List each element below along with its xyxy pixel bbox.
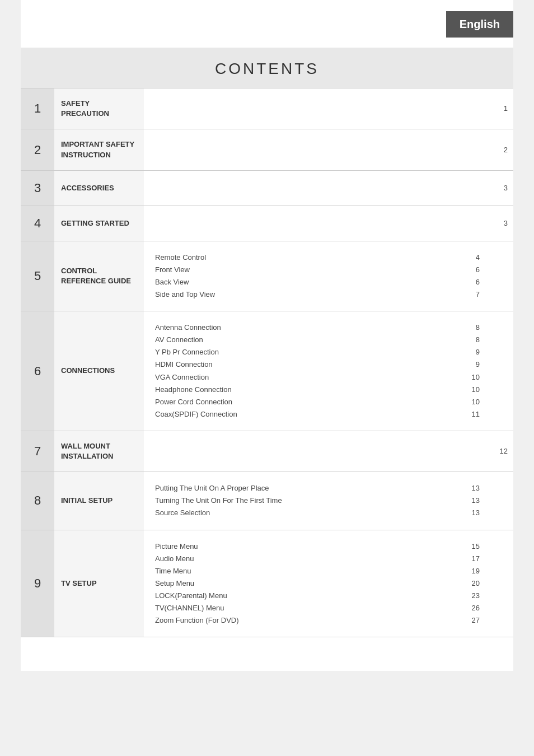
toc-sub-items: Antenna ConnectionAV ConnectionY Pb Pr C… — [155, 321, 461, 421]
toc-sub-item: Headphone Connection — [155, 384, 461, 396]
toc-sub-page: 17 — [466, 553, 480, 565]
toc-container: 1SAFETY PRECAUTION12IMPORTANT SAFETY INS… — [21, 88, 513, 637]
toc-sub-item: Remote Control — [155, 251, 461, 264]
toc-sub-item: Coax(SPDIF) Connection — [155, 408, 461, 421]
toc-content-cell — [144, 129, 491, 170]
toc-num-cell: 4 — [21, 206, 54, 241]
toc-row: 9TV SETUPPicture MenuAudio MenuTime Menu… — [21, 530, 513, 638]
toc-sub-page: 13 — [466, 482, 480, 494]
toc-title-cell: GETTING STARTED — [54, 206, 144, 241]
english-tag: English — [21, 0, 513, 38]
toc-row: 3ACCESSORIES3 — [21, 170, 513, 206]
toc-sub-page: 6 — [466, 276, 480, 288]
toc-row: 8INITIAL SETUPPutting The Unit On A Prop… — [21, 472, 513, 529]
toc-page-empty — [491, 530, 513, 637]
toc-title-cell: SAFETY PRECAUTION — [54, 88, 144, 129]
toc-content-cell — [144, 431, 491, 472]
toc-content-cell — [144, 88, 491, 129]
toc-num-cell: 3 — [21, 171, 54, 206]
toc-sub-item: Front View — [155, 264, 461, 276]
toc-page-cell: 2 — [491, 129, 513, 170]
toc-page-cell: 1 — [491, 88, 513, 129]
toc-sub-page: 20 — [466, 577, 480, 590]
toc-sub-item: Picture Menu — [155, 540, 461, 553]
toc-page-cell: 3 — [491, 206, 513, 241]
toc-page-cell: 3 — [491, 171, 513, 206]
toc-sub-page: 6 — [466, 264, 480, 276]
toc-sub-page: 23 — [466, 590, 480, 602]
toc-sub-item: VGA Connection — [155, 371, 461, 384]
toc-sub-page: 9 — [466, 358, 480, 371]
toc-sub-item: Time Menu — [155, 565, 461, 577]
toc-sub-page: 10 — [466, 384, 480, 396]
toc-sub-pages: 889910101011 — [466, 321, 480, 421]
toc-sub-page: 26 — [466, 602, 480, 614]
toc-sub-pages: 4667 — [466, 251, 480, 301]
toc-row: 7WALL MOUNT INSTALLATION12 — [21, 431, 513, 472]
toc-sub-item: HDMI Connection — [155, 358, 461, 371]
toc-content-cell — [144, 171, 491, 206]
toc-sub-items: Putting The Unit On A Proper PlaceTurnin… — [155, 482, 461, 519]
toc-sub-items: Remote ControlFront ViewBack ViewSide an… — [155, 251, 461, 301]
toc-title-cell: IMPORTANT SAFETY INSTRUCTION — [54, 129, 144, 170]
contents-header: CONTENTS — [21, 48, 513, 88]
toc-sub-item: Antenna Connection — [155, 321, 461, 334]
toc-title-cell: CONNECTIONS — [54, 311, 144, 431]
toc-sub-page: 10 — [466, 371, 480, 384]
toc-row: 6CONNECTIONSAntenna ConnectionAV Connect… — [21, 311, 513, 431]
toc-sub-page: 4 — [466, 251, 480, 264]
toc-row: 4GETTING STARTED3 — [21, 206, 513, 241]
toc-sub-item: Source Selection — [155, 507, 461, 519]
toc-sub-page: 11 — [466, 408, 480, 421]
toc-num-cell: 5 — [21, 241, 54, 311]
toc-page-cell: 12 — [491, 431, 513, 472]
toc-title-cell: TV SETUP — [54, 530, 144, 637]
toc-num-cell: 2 — [21, 129, 54, 170]
toc-sub-item: Putting The Unit On A Proper Place — [155, 482, 461, 494]
toc-num-cell: 1 — [21, 88, 54, 129]
toc-sub-item: Audio Menu — [155, 553, 461, 565]
toc-content-cell: Picture MenuAudio MenuTime MenuSetup Men… — [144, 530, 491, 637]
english-label: English — [446, 11, 513, 38]
toc-sub-page: 13 — [466, 494, 480, 507]
toc-page-empty — [491, 311, 513, 431]
toc-title-cell: ACCESSORIES — [54, 171, 144, 206]
toc-title-cell: WALL MOUNT INSTALLATION — [54, 431, 144, 472]
toc-sub-item: Turning The Unit On For The First Time — [155, 494, 461, 507]
toc-row: 5CONTROL REFERENCE GUIDERemote ControlFr… — [21, 241, 513, 311]
toc-sub-page: 8 — [466, 334, 480, 346]
toc-sub-item: Setup Menu — [155, 577, 461, 590]
toc-page-empty — [491, 241, 513, 311]
toc-content-cell: Antenna ConnectionAV ConnectionY Pb Pr C… — [144, 311, 491, 431]
contents-title: CONTENTS — [21, 60, 513, 78]
toc-row: 2IMPORTANT SAFETY INSTRUCTION2 — [21, 129, 513, 170]
toc-sub-item: TV(CHANNEL) Menu — [155, 602, 461, 614]
toc-row: 1SAFETY PRECAUTION1 — [21, 88, 513, 129]
toc-content-cell — [144, 206, 491, 241]
toc-sub-item: LOCK(Parental) Menu — [155, 590, 461, 602]
toc-title-cell: CONTROL REFERENCE GUIDE — [54, 241, 144, 311]
toc-sub-items: Picture MenuAudio MenuTime MenuSetup Men… — [155, 540, 461, 627]
toc-sub-item: Back View — [155, 276, 461, 288]
page: English CONTENTS 1SAFETY PRECAUTION12IMP… — [21, 0, 513, 671]
toc-num-cell: 7 — [21, 431, 54, 472]
toc-sub-page: 27 — [466, 614, 480, 627]
toc-num-cell: 9 — [21, 530, 54, 637]
toc-sub-pages: 15171920232627 — [466, 540, 480, 627]
toc-sub-page: 19 — [466, 565, 480, 577]
toc-sub-page: 10 — [466, 396, 480, 408]
toc-sub-item: Y Pb Pr Connection — [155, 346, 461, 358]
toc-sub-page: 8 — [466, 321, 480, 334]
toc-sub-item: Zoom Function (For DVD) — [155, 614, 461, 627]
toc-num-cell: 6 — [21, 311, 54, 431]
toc-num-cell: 8 — [21, 472, 54, 529]
toc-page-empty — [491, 472, 513, 529]
toc-sub-page: 7 — [466, 288, 480, 301]
toc-title-cell: INITIAL SETUP — [54, 472, 144, 529]
toc-sub-pages: 131313 — [466, 482, 480, 519]
toc-content-cell: Putting The Unit On A Proper PlaceTurnin… — [144, 472, 491, 529]
toc-sub-item: Power Cord Connection — [155, 396, 461, 408]
toc-sub-page: 13 — [466, 507, 480, 519]
toc-sub-item: Side and Top View — [155, 288, 461, 301]
toc-sub-item: AV Connection — [155, 334, 461, 346]
